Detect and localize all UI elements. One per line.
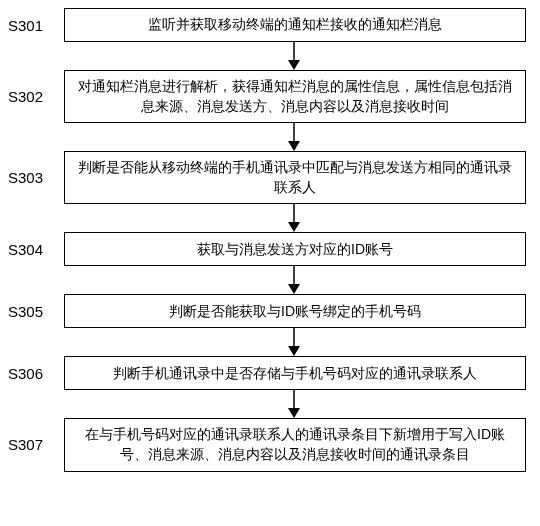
step-row: S305 判断是否能获取与ID账号绑定的手机号码 — [6, 294, 534, 328]
arrow-row — [6, 266, 534, 294]
arrow-down-icon — [284, 328, 304, 356]
arrow-down-icon — [284, 204, 304, 232]
step-text: 在与手机号码对应的通讯录联系人的通讯录条目下新增用于写入ID账号、消息来源、消息… — [75, 425, 515, 464]
step-id-label: S307 — [6, 437, 64, 452]
step-id-label: S302 — [6, 89, 64, 104]
step-text: 对通知栏消息进行解析，获得通知栏消息的属性信息，属性信息包括消息来源、消息发送方… — [75, 77, 515, 116]
step-text: 获取与消息发送方对应的ID账号 — [197, 240, 393, 260]
step-row: S307 在与手机号码对应的通讯录联系人的通讯录条目下新增用于写入ID账号、消息… — [6, 418, 534, 471]
svg-marker-5 — [288, 222, 300, 232]
arrow-down-icon — [284, 123, 304, 151]
arrow-row — [6, 390, 534, 418]
step-id-label: S306 — [6, 366, 64, 381]
step-box: 获取与消息发送方对应的ID账号 — [64, 232, 526, 266]
step-box: 判断是否能获取与ID账号绑定的手机号码 — [64, 294, 526, 328]
svg-marker-11 — [288, 408, 300, 418]
arrow-down-icon — [284, 42, 304, 70]
step-id-label: S301 — [6, 18, 64, 33]
step-row: S304 获取与消息发送方对应的ID账号 — [6, 232, 534, 266]
step-row: S302 对通知栏消息进行解析，获得通知栏消息的属性信息，属性信息包括消息来源、… — [6, 70, 534, 123]
step-text: 判断是否能从移动终端的手机通讯录中匹配与消息发送方相同的通讯录联系人 — [75, 158, 515, 197]
arrow-row — [6, 123, 534, 151]
step-text: 监听并获取移动终端的通知栏接收的通知栏消息 — [148, 15, 442, 35]
step-id-label: S303 — [6, 170, 64, 185]
arrow-down-icon — [284, 266, 304, 294]
arrow-row — [6, 328, 534, 356]
step-text: 判断手机通讯录中是否存储与手机号码对应的通讯录联系人 — [113, 364, 477, 384]
arrow-row — [6, 204, 534, 232]
step-box: 监听并获取移动终端的通知栏接收的通知栏消息 — [64, 8, 526, 42]
svg-marker-9 — [288, 346, 300, 356]
arrow-row — [6, 42, 534, 70]
step-box: 判断是否能从移动终端的手机通讯录中匹配与消息发送方相同的通讯录联系人 — [64, 151, 526, 204]
step-box: 判断手机通讯录中是否存储与手机号码对应的通讯录联系人 — [64, 356, 526, 390]
svg-marker-7 — [288, 284, 300, 294]
step-id-label: S304 — [6, 242, 64, 257]
step-text: 判断是否能获取与ID账号绑定的手机号码 — [169, 302, 421, 322]
svg-marker-3 — [288, 141, 300, 151]
step-row: S306 判断手机通讯录中是否存储与手机号码对应的通讯录联系人 — [6, 356, 534, 390]
svg-marker-1 — [288, 60, 300, 70]
step-row: S303 判断是否能从移动终端的手机通讯录中匹配与消息发送方相同的通讯录联系人 — [6, 151, 534, 204]
step-box: 对通知栏消息进行解析，获得通知栏消息的属性信息，属性信息包括消息来源、消息发送方… — [64, 70, 526, 123]
step-box: 在与手机号码对应的通讯录联系人的通讯录条目下新增用于写入ID账号、消息来源、消息… — [64, 418, 526, 471]
arrow-down-icon — [284, 390, 304, 418]
step-row: S301 监听并获取移动终端的通知栏接收的通知栏消息 — [6, 8, 534, 42]
flowchart: S301 监听并获取移动终端的通知栏接收的通知栏消息 S302 对通知栏消息进行… — [0, 0, 540, 526]
step-id-label: S305 — [6, 304, 64, 319]
